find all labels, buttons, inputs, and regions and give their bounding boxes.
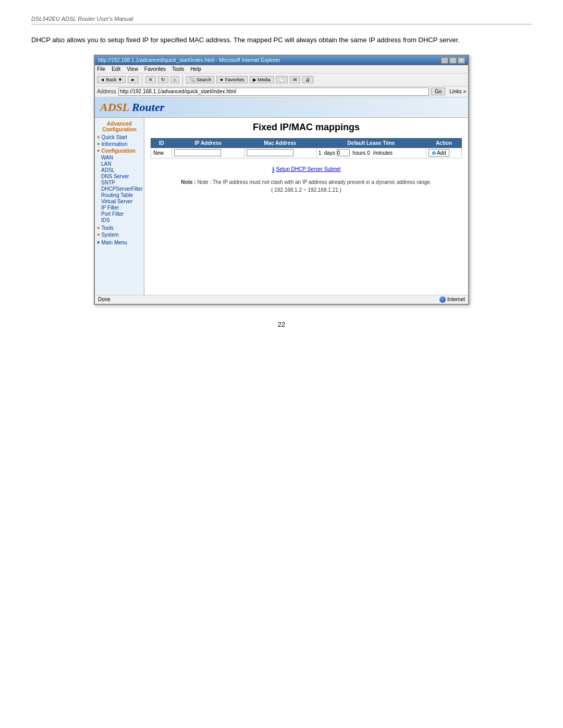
mac-address-input[interactable] (247, 149, 293, 156)
cell-action: ⊕ Add (426, 147, 461, 158)
menu-view[interactable]: View (127, 66, 138, 72)
setup-link-container: ℹ Setup DHCP Server Subnet (151, 163, 462, 176)
router-header: ADSL Router (95, 97, 468, 118)
sidebar-section-title: Advanced Configuration (97, 121, 142, 132)
setup-dhcp-link[interactable]: ℹ Setup DHCP Server Subnet (272, 166, 341, 173)
setup-link-text: Setup DHCP Server Subnet (276, 166, 341, 172)
media-button[interactable]: ▶ Media (250, 76, 274, 83)
days-label: days (324, 150, 335, 156)
print-button[interactable]: 🖨 (302, 76, 313, 83)
address-input[interactable] (118, 88, 429, 96)
internet-label: Internet (447, 297, 465, 302)
status-done: Done (98, 297, 111, 302)
add-label: Add (437, 150, 446, 156)
status-internet: Internet (439, 297, 465, 303)
bullet-configuration: ● (97, 148, 100, 153)
sidebar-sub-adsl[interactable]: ADSL (97, 167, 142, 173)
sidebar-sub-ids[interactable]: IDS (97, 217, 142, 223)
router-body: Advanced Configuration ● Quick Start ● I… (95, 118, 468, 295)
address-label: Address (97, 89, 116, 94)
back-button[interactable]: ◄ Back ▼ (97, 76, 126, 83)
manual-title: DSL542EU ADSL Router User's Manual (31, 16, 133, 22)
home-button[interactable]: ⌂ (170, 76, 179, 83)
cell-ip-input (172, 147, 244, 158)
page-number: 22 (31, 320, 532, 328)
close-button[interactable]: ✕ (458, 57, 465, 64)
bullet-system: ● (97, 232, 100, 237)
sidebar-link-tools: Tools (101, 225, 113, 231)
mail-button[interactable]: ✉ (290, 76, 300, 83)
info-icon: ℹ (272, 166, 275, 173)
sidebar-sub-portfilter[interactable]: Port Filter (97, 211, 142, 217)
menu-favorites[interactable]: Favorites (144, 66, 166, 72)
logo-adsl: ADSL (100, 101, 129, 114)
router-page: ADSL Router Advanced Configuration ● Qui… (95, 97, 468, 304)
links-label: Links » (449, 89, 466, 94)
bullet-tools: ● (97, 225, 100, 230)
sidebar-sub-wan[interactable]: WAN (97, 155, 142, 161)
browser-title: http://192.168.1.1/advanced/quick_start/… (98, 57, 280, 63)
menu-file[interactable]: File (97, 66, 105, 72)
stop-button[interactable]: ✕ (145, 76, 156, 83)
sidebar-item-quickstart[interactable]: ● Quick Start (97, 134, 142, 140)
mapping-table: ID IP Address Mac Address Default Lease … (151, 138, 462, 158)
sidebar-title-line1: Advanced (107, 121, 132, 127)
sidebar: Advanced Configuration ● Quick Start ● I… (95, 118, 144, 295)
col-id: ID (151, 138, 172, 147)
menu-edit[interactable]: Edit (112, 66, 120, 72)
go-button[interactable]: Go (431, 88, 445, 95)
sidebar-item-information[interactable]: ● Information (97, 141, 142, 147)
refresh-button[interactable]: ↻ (158, 76, 168, 83)
sidebar-item-tools[interactable]: ● Tools (97, 225, 142, 231)
lease-value: 1 (319, 150, 322, 156)
cell-lease-time: 1 days hours 0 /minutes (316, 147, 426, 158)
note-range: ( 192.168.1.2 ~ 192.168.1.21 ) (151, 187, 462, 193)
sidebar-sub-routing[interactable]: Routing Table (97, 192, 142, 198)
browser-titlebar: http://192.168.1.1/advanced/quick_start/… (95, 56, 468, 65)
add-button[interactable]: ⊕ Add (429, 149, 449, 157)
sidebar-sub-virtual[interactable]: Virtual Server (97, 199, 142, 204)
col-lease: Default Lease Time (316, 138, 426, 147)
globe-icon (439, 297, 446, 303)
sidebar-link-mainmenu: Main Menu (101, 240, 127, 245)
sidebar-title-line2: Configuration (102, 127, 137, 132)
menu-tools[interactable]: Tools (172, 66, 184, 72)
minimize-button[interactable]: _ (441, 57, 448, 64)
ip-address-input[interactable] (174, 149, 221, 156)
favorites-button[interactable]: ★ Favorites (216, 76, 248, 83)
sidebar-sub-lan[interactable]: LAN (97, 161, 142, 167)
search-button[interactable]: 🔍 Search (186, 76, 214, 83)
maximize-button[interactable]: □ (449, 57, 457, 64)
add-icon: ⊕ (432, 150, 436, 156)
sidebar-item-system[interactable]: ● System (97, 232, 142, 238)
sidebar-sub-dnsserver[interactable]: DNS Server (97, 174, 142, 179)
sidebar-link-configuration: Configuration (101, 148, 136, 154)
col-mac: Mac Address (244, 138, 316, 147)
bullet-information: ● (97, 141, 100, 146)
window-controls: _ □ ✕ (441, 57, 465, 64)
browser-address-bar: Address Go Links » (95, 87, 468, 97)
bullet-mainmenu: ● (97, 240, 100, 245)
page-title: Fixed IP/MAC mappings (151, 122, 462, 133)
history-button[interactable]: 🕐 (276, 76, 288, 83)
sidebar-link-system: System (101, 232, 118, 238)
hours-label: hours 0 (352, 150, 370, 156)
browser-toolbar: ◄ Back ▼ ► ✕ ↻ ⌂ 🔍 Search ★ Favorites ▶ … (95, 73, 468, 87)
menu-help[interactable]: Help (190, 66, 201, 72)
main-content: Fixed IP/MAC mappings ID IP Address Mac … (144, 118, 468, 295)
days-input[interactable] (337, 149, 350, 156)
sidebar-sub-dhcp[interactable]: DHCPServerFilter (97, 186, 142, 192)
bullet-quickstart: ● (97, 134, 100, 140)
browser-window: http://192.168.1.1/advanced/quick_start/… (94, 55, 469, 305)
logo-router: Router (129, 101, 164, 114)
table-row-new: New 1 days hours 0 (151, 147, 462, 158)
sidebar-item-configuration[interactable]: ● Configuration (97, 148, 142, 154)
browser-menu-bar: File Edit View Favorites Tools Help (95, 65, 468, 73)
sidebar-sub-sntp[interactable]: SNTP (97, 180, 142, 186)
sidebar-sub-ipfilter[interactable]: IP Filter (97, 205, 142, 211)
col-ip: IP Address (172, 138, 244, 147)
sidebar-link-information: Information (101, 141, 127, 147)
sidebar-item-mainmenu[interactable]: ● Main Menu (97, 240, 142, 245)
browser-statusbar: Done Internet (95, 295, 468, 304)
forward-button[interactable]: ► (128, 76, 139, 83)
